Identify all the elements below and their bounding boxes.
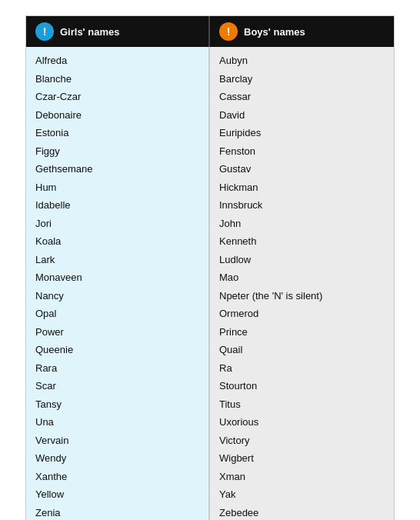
list-item: Victory — [219, 432, 385, 450]
list-item: Quail — [219, 341, 385, 359]
girls-header: ! Girls' names — [26, 16, 210, 47]
girls-column: AlfredaBlancheCzar-CzarDebonaireEstoniaF… — [26, 47, 210, 520]
list-item: Fenston — [219, 142, 385, 161]
list-item: Estonia — [35, 124, 199, 142]
list-item: Prince — [219, 323, 385, 342]
list-item: Kenneth — [219, 232, 385, 251]
list-item: Barclay — [219, 70, 385, 88]
boys-column: AubynBarclayCassarDavidEuripidesFenstonG… — [210, 47, 394, 520]
list-item: Idabelle — [35, 196, 199, 215]
list-item: Una — [35, 413, 199, 432]
list-item: Hum — [35, 178, 199, 197]
list-item: Tansy — [35, 395, 199, 414]
list-item: Innsbruck — [219, 196, 385, 215]
list-item: Hickman — [219, 178, 385, 197]
list-item: Scar — [35, 377, 199, 395]
list-item: Rara — [35, 359, 199, 378]
list-item: Xanthe — [35, 468, 199, 486]
list-item: Zebedee — [219, 504, 385, 521]
list-item: Npeter (the 'N' is silent) — [219, 287, 385, 305]
list-item: Euripides — [219, 124, 385, 142]
list-item: John — [219, 215, 385, 233]
list-item: Stourton — [219, 377, 385, 395]
list-item: Power — [35, 323, 199, 342]
table-header: ! Girls' names ! Boys' names — [26, 16, 394, 47]
names-table: ! Girls' names ! Boys' names AlfredaBlan… — [25, 15, 395, 520]
list-item: Nancy — [35, 287, 199, 305]
list-item: Blanche — [35, 70, 199, 88]
list-item: Yak — [219, 485, 385, 504]
list-item: Czar-Czar — [35, 88, 199, 106]
list-item: Gethsemane — [35, 160, 199, 178]
list-item: Aubyn — [219, 52, 385, 70]
list-item: Zenia — [35, 504, 199, 521]
list-item: Gustav — [219, 160, 385, 178]
list-item: Debonaire — [35, 106, 199, 125]
list-item: Monaveen — [35, 268, 199, 287]
list-item: Alfreda — [35, 52, 199, 70]
list-item: Yellow — [35, 485, 199, 504]
list-item: Ormerod — [219, 305, 385, 323]
girls-header-label: Girls' names — [60, 26, 120, 38]
list-item: Queenie — [35, 341, 199, 359]
girls-icon: ! — [35, 22, 54, 41]
list-item: Xman — [219, 468, 385, 486]
list-item: Wendy — [35, 449, 199, 468]
list-item: Titus — [219, 395, 385, 414]
list-item: Opal — [35, 305, 199, 323]
list-item: Lark — [35, 251, 199, 269]
list-item: Figgy — [35, 142, 199, 161]
boys-icon: ! — [219, 22, 238, 41]
list-item: Vervain — [35, 432, 199, 450]
boys-header: ! Boys' names — [210, 16, 394, 47]
list-item: Koala — [35, 232, 199, 251]
list-item: Cassar — [219, 88, 385, 106]
list-item: Mao — [219, 268, 385, 287]
list-item: David — [219, 106, 385, 125]
list-item: Ludlow — [219, 251, 385, 269]
names-columns: AlfredaBlancheCzar-CzarDebonaireEstoniaF… — [26, 47, 394, 520]
boys-header-label: Boys' names — [244, 26, 305, 38]
list-item: Jori — [35, 215, 199, 233]
list-item: Ra — [219, 359, 385, 378]
list-item: Uxorious — [219, 413, 385, 432]
list-item: Wigbert — [219, 449, 385, 468]
